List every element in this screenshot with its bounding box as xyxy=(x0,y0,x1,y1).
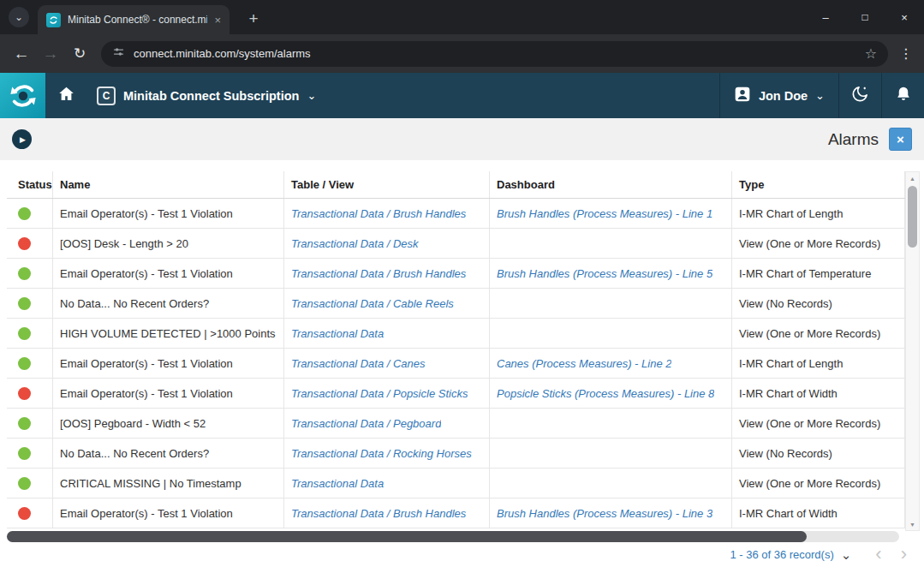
tab-search-button[interactable]: ⌄ xyxy=(9,7,29,27)
status-cell xyxy=(7,409,53,438)
dashboard-cell: Brush Handles (Process Measures) - Line … xyxy=(490,498,732,528)
dashboard-cell xyxy=(490,229,732,258)
column-header-table-view[interactable]: Table / View xyxy=(284,171,490,198)
alarms-table-header: StatusNameTable / ViewDashboardType xyxy=(7,171,905,199)
vertical-scrollbar-thumb[interactable] xyxy=(908,186,917,248)
dashboard-link[interactable]: Brush Handles (Process Measures) - Line … xyxy=(497,507,712,520)
night-mode-button[interactable] xyxy=(838,73,881,118)
table-view-cell: Transactional Data / Brush Handles xyxy=(284,498,490,528)
column-header-type[interactable]: Type xyxy=(732,171,905,198)
maximize-button[interactable]: □ xyxy=(845,0,885,34)
table-view-link[interactable]: Transactional Data / Brush Handles xyxy=(291,507,466,520)
panel-close-button[interactable]: × xyxy=(889,128,912,151)
table-view-cell: Transactional Data xyxy=(284,319,490,348)
dashboard-link[interactable]: Brush Handles (Process Measures) - Line … xyxy=(497,267,712,280)
next-page-icon[interactable]: › xyxy=(901,545,907,564)
column-header-status[interactable]: Status xyxy=(7,171,53,198)
table-view-link[interactable]: Transactional Data / Popsicle Sticks xyxy=(291,387,468,400)
alarms-panel-header: ▶ Alarms × xyxy=(0,118,924,160)
table-view-link[interactable]: Transactional Data / Brush Handles xyxy=(291,267,466,280)
dashboard-link[interactable]: Brush Handles (Process Measures) - Line … xyxy=(497,207,712,220)
play-button[interactable]: ▶ xyxy=(12,129,32,149)
table-view-link[interactable]: Transactional Data / Cable Reels xyxy=(291,297,454,310)
table-view-link[interactable]: Transactional Data / Canes xyxy=(291,357,426,370)
table-view-cell: Transactional Data / Canes xyxy=(284,349,490,378)
table-row[interactable]: No Data... No Recent Orders?Transactiona… xyxy=(7,289,905,319)
name-cell: No Data... No Recent Orders? xyxy=(53,289,284,318)
table-view-link[interactable]: Transactional Data / Desk xyxy=(291,237,419,250)
table-row[interactable]: Email Operator(s) - Test 1 ViolationTran… xyxy=(7,498,905,528)
table-row[interactable]: CRITICAL MISSING | No TimestampTransacti… xyxy=(7,469,905,498)
dashboard-cell: Popsicle Sticks (Process Measures) - Lin… xyxy=(490,379,732,408)
site-info-icon[interactable] xyxy=(112,45,125,62)
bookmark-star-icon[interactable]: ☆ xyxy=(865,45,877,62)
table-view-link[interactable]: Transactional Data / Pegboard xyxy=(291,417,441,430)
status-dot-green xyxy=(18,447,31,460)
table-row[interactable]: [OOS] Desk - Length > 20Transactional Da… xyxy=(7,229,905,259)
tab-close-icon[interactable]: × xyxy=(214,14,221,27)
name-cell: Email Operator(s) - Test 1 Violation xyxy=(53,498,284,528)
previous-page-icon[interactable]: ‹ xyxy=(875,545,881,564)
browser-menu-icon[interactable]: ⋮ xyxy=(895,45,917,62)
notifications-button[interactable] xyxy=(881,73,924,118)
column-header-dashboard[interactable]: Dashboard xyxy=(490,171,732,198)
table-row[interactable]: Email Operator(s) - Test 1 ViolationTran… xyxy=(7,199,905,229)
table-row[interactable]: [OOS] Pegboard - Width < 52Transactional… xyxy=(7,409,905,439)
table-view-link[interactable]: Transactional Data xyxy=(291,477,384,490)
table-row[interactable]: No Data... No Recent Orders?Transactiona… xyxy=(7,439,905,469)
status-cell xyxy=(7,259,53,288)
back-button[interactable]: ← xyxy=(7,40,36,68)
status-dot-red xyxy=(18,507,31,520)
column-header-name[interactable]: Name xyxy=(53,171,284,198)
name-cell: [OOS] Desk - Length > 20 xyxy=(53,229,284,258)
scroll-up-icon[interactable]: ▲ xyxy=(906,172,919,184)
dashboard-link[interactable]: Popsicle Sticks (Process Measures) - Lin… xyxy=(497,387,714,400)
bell-icon xyxy=(895,86,912,106)
status-dot-green xyxy=(18,207,31,220)
dashboard-cell: Canes (Process Measures) - Line 2 xyxy=(490,349,732,378)
status-cell xyxy=(7,469,53,498)
horizontal-scrollbar-thumb[interactable] xyxy=(7,531,807,542)
url-text: connect.minitab.com/system/alarms xyxy=(134,47,856,60)
table-row[interactable]: HIGH VOLUME DETECTED | >1000 PointsTrans… xyxy=(7,319,905,349)
table-view-cell: Transactional Data / Brush Handles xyxy=(284,199,490,228)
user-menu[interactable]: Jon Doe ⌄ xyxy=(719,73,838,118)
browser-tab[interactable]: Minitab Connect® - connect.mi × xyxy=(38,5,230,34)
table-row[interactable]: Email Operator(s) - Test 1 ViolationTran… xyxy=(7,379,905,409)
page-size-dropdown-icon[interactable]: ⌄ xyxy=(841,548,852,561)
records-count-label: 1 - 36 of 36 record(s) xyxy=(730,548,833,561)
subscription-selector[interactable]: C Minitab Connect Subscription ⌄ xyxy=(86,73,326,118)
minitab-connect-logo[interactable] xyxy=(0,73,45,118)
scroll-down-icon[interactable]: ▼ xyxy=(906,518,919,530)
window-close-button[interactable]: × xyxy=(885,0,924,34)
horizontal-scrollbar[interactable] xyxy=(7,531,899,542)
dashboard-cell xyxy=(490,289,732,318)
type-cell: View (One or More Records) xyxy=(732,469,905,498)
vertical-scrollbar[interactable]: ▲ ▼ xyxy=(905,171,920,531)
chevron-down-icon: ⌄ xyxy=(307,90,316,101)
url-bar[interactable]: connect.minitab.com/system/alarms ☆ xyxy=(101,41,888,67)
forward-button: → xyxy=(36,40,65,68)
new-tab-button[interactable]: + xyxy=(243,9,264,29)
status-cell xyxy=(7,289,53,318)
table-view-link[interactable]: Transactional Data / Rocking Horses xyxy=(291,447,472,460)
panel-title: Alarms xyxy=(828,130,879,149)
status-dot-green xyxy=(18,357,31,370)
dashboard-link[interactable]: Canes (Process Measures) - Line 2 xyxy=(497,357,671,370)
browser-navbar: ← → ↻ connect.minitab.com/system/alarms … xyxy=(0,34,924,73)
status-cell xyxy=(7,498,53,528)
table-row[interactable]: Email Operator(s) - Test 1 ViolationTran… xyxy=(7,259,905,289)
home-button[interactable] xyxy=(45,73,86,118)
table-view-cell: Transactional Data / Pegboard xyxy=(284,409,490,438)
name-cell: No Data... No Recent Orders? xyxy=(53,439,284,468)
type-cell: I-MR Chart of Width xyxy=(732,379,905,408)
status-cell xyxy=(7,229,53,258)
alarms-table: StatusNameTable / ViewDashboardType Emai… xyxy=(7,171,905,528)
chevron-down-icon: ⌄ xyxy=(15,11,23,23)
table-view-link[interactable]: Transactional Data / Brush Handles xyxy=(291,207,466,220)
minimize-button[interactable]: – xyxy=(806,0,845,34)
type-cell: View (One or More Records) xyxy=(732,409,905,438)
table-view-link[interactable]: Transactional Data xyxy=(291,327,384,340)
table-row[interactable]: Email Operator(s) - Test 1 ViolationTran… xyxy=(7,349,905,379)
refresh-button[interactable]: ↻ xyxy=(65,40,94,68)
